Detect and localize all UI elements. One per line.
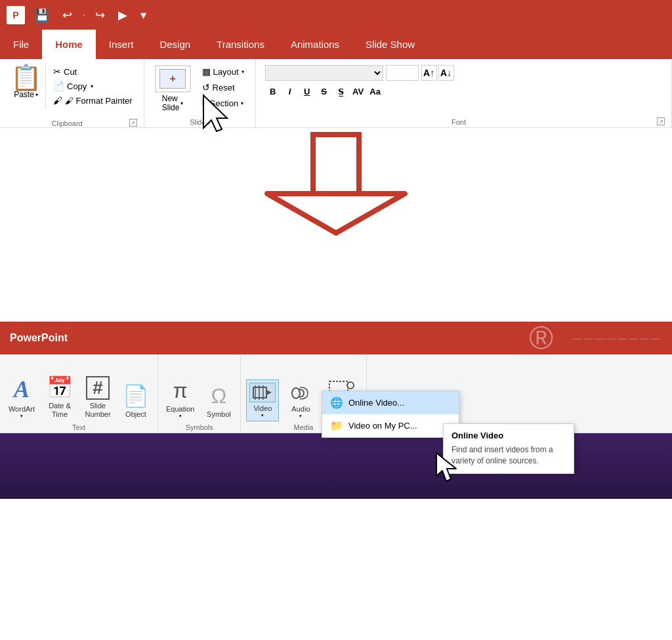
object-icon: 📄 (123, 383, 149, 408)
svg-point-11 (347, 382, 354, 389)
video-on-pc-icon: 📁 (330, 419, 343, 432)
tab-transitions[interactable]: Transitions (203, 30, 278, 59)
date-time-button[interactable]: 📅 Date &Time (43, 372, 76, 421)
customize-button[interactable]: ▾ (137, 7, 150, 24)
underline-button[interactable]: U (299, 83, 315, 99)
reset-icon: ↺ (202, 82, 210, 93)
tooltip-description: Find and insert videos from a variety of… (452, 444, 566, 467)
undo-button[interactable]: ↩ (59, 7, 75, 24)
date-time-label: Date &Time (49, 402, 71, 419)
format-painter-button[interactable]: 🖌 🖌 Format Painter (51, 94, 135, 107)
paste-button[interactable]: 📋 Paste ▾ (7, 62, 46, 110)
font-size-input[interactable] (386, 65, 419, 81)
save-button[interactable]: 💾 (32, 7, 52, 24)
video-arrow-icon: ▾ (261, 413, 264, 418)
tab-home[interactable]: Home (42, 30, 96, 59)
video-on-pc-item[interactable]: 📁 Video on My PC... (322, 414, 459, 437)
copy-label: Copy (67, 81, 87, 91)
ppt-title-bar: PowerPoint ® ———————— (0, 322, 672, 354)
symbol-label: Symbol (207, 410, 231, 419)
slides-group: + NewSlide ▾ ▦ Layout ▾ ↺ (144, 59, 256, 127)
clipboard-expand-button[interactable]: ↗ (129, 119, 136, 127)
character-spacing-button[interactable]: AV (350, 83, 366, 99)
font-expand-button[interactable]: ↗ (657, 117, 665, 125)
strikethrough-button[interactable]: S (316, 83, 332, 99)
symbols-group-label: Symbols (163, 421, 235, 431)
paste-icon: 📋 (10, 65, 41, 90)
paste-dropdown-icon: ▾ (35, 92, 38, 98)
decrease-font-button[interactable]: A↓ (438, 65, 454, 81)
wordart-button[interactable]: A WordArt ▾ (5, 373, 38, 421)
tab-slideshow[interactable]: Slide Show (352, 30, 428, 59)
font-group-label: Font (262, 117, 656, 126)
symbol-button[interactable]: Ω Symbol (202, 381, 235, 421)
object-button[interactable]: 📄 Object (119, 381, 152, 421)
ppt-title-text: PowerPoint (10, 332, 68, 344)
new-slide-button[interactable]: + NewSlide ▾ (151, 62, 195, 115)
symbol-icon: Ω (211, 384, 226, 408)
copy-dropdown-icon: ▾ (91, 83, 93, 89)
font-selector-row: A↑ A↓ (265, 65, 662, 81)
audio-button[interactable]: Audio ▾ (284, 381, 317, 421)
video-on-pc-label: Video on My PC... (348, 421, 417, 431)
change-case-button[interactable]: Aa (368, 83, 383, 99)
section-label: Section (210, 98, 238, 108)
section-button[interactable]: ≡ Section ▾ (200, 96, 246, 110)
video-dropdown-menu: 🌐 Online Video... 📁 Video on My PC... (322, 391, 459, 438)
slides-group-label: Slides (151, 117, 249, 126)
reset-button[interactable]: ↺ Reset (200, 81, 246, 94)
wordart-icon: A (14, 375, 30, 403)
separator: · (82, 8, 85, 22)
cut-button[interactable]: ✂ Cut (51, 65, 135, 78)
clipboard-label-row: Clipboard ↗ (7, 118, 137, 127)
copy-button[interactable]: 📄 Copy ▾ (51, 79, 135, 93)
text-group-label: Text (5, 421, 152, 431)
svg-marker-8 (266, 390, 272, 395)
new-slide-label: NewSlide (162, 94, 180, 112)
online-video-tooltip: Online Video Find and insert videos from… (443, 423, 574, 474)
redo-button[interactable]: ↪ (92, 7, 108, 24)
audio-label: Audio (291, 405, 310, 414)
paste-label: Paste (14, 90, 34, 99)
font-label-row: Font ↗ (262, 117, 665, 126)
video-icon (249, 383, 276, 402)
symbols-group: π Equation ▾ Ω Symbol Symbols (158, 354, 241, 433)
online-video-label: Online Video... (348, 398, 404, 408)
increase-font-button[interactable]: A↑ (421, 65, 437, 81)
present-button[interactable]: ▶ (115, 7, 131, 24)
tab-file[interactable]: File (0, 30, 42, 59)
slide-number-icon: # (86, 376, 110, 400)
menu-bar: File Home Insert Design Transitions Anim… (0, 30, 672, 59)
app-icon: P (7, 6, 25, 24)
video-button[interactable]: Video ▾ (246, 379, 279, 421)
ppt-logo-watermark: ® (529, 319, 553, 357)
equation-icon: π (173, 379, 188, 403)
tab-animations[interactable]: Animations (278, 30, 352, 59)
slide-number-button[interactable]: # SlideNumber (81, 373, 114, 421)
date-time-icon: 📅 (47, 375, 73, 400)
online-video-item[interactable]: 🌐 Online Video... (322, 391, 459, 414)
tab-insert[interactable]: Insert (96, 30, 147, 59)
cut-icon: ✂ (53, 66, 61, 77)
wordart-arrow-icon: ▾ (20, 414, 23, 419)
top-section: P 💾 ↩ · ↪ ▶ ▾ File Home Insert Design Tr… (0, 0, 672, 322)
equation-label: Equation (166, 405, 194, 414)
reset-label: Reset (213, 83, 235, 93)
italic-button[interactable]: I (282, 83, 298, 99)
svg-marker-2 (267, 194, 405, 233)
text-shadow-button[interactable]: S̲ (333, 83, 349, 99)
online-video-icon: 🌐 (330, 396, 343, 409)
bold-button[interactable]: B (265, 83, 281, 99)
audio-arrow-icon: ▾ (299, 414, 302, 419)
format-painter-label: 🖌 Format Painter (65, 96, 133, 106)
equation-button[interactable]: π Equation ▾ (163, 376, 197, 421)
clipboard-small-buttons: ✂ Cut 📄 Copy ▾ 🖌 🖌 Format Painter (49, 62, 137, 110)
layout-button[interactable]: ▦ Layout ▾ (200, 65, 246, 78)
font-family-selector[interactable] (265, 65, 383, 81)
tab-design[interactable]: Design (146, 30, 203, 59)
slides-label-row: Slides (151, 117, 249, 126)
layout-icon: ▦ (202, 66, 211, 77)
layout-dropdown-icon: ▾ (242, 69, 244, 75)
new-slide-arrow-icon: ▾ (180, 100, 183, 106)
section-dropdown-icon: ▾ (241, 100, 243, 106)
